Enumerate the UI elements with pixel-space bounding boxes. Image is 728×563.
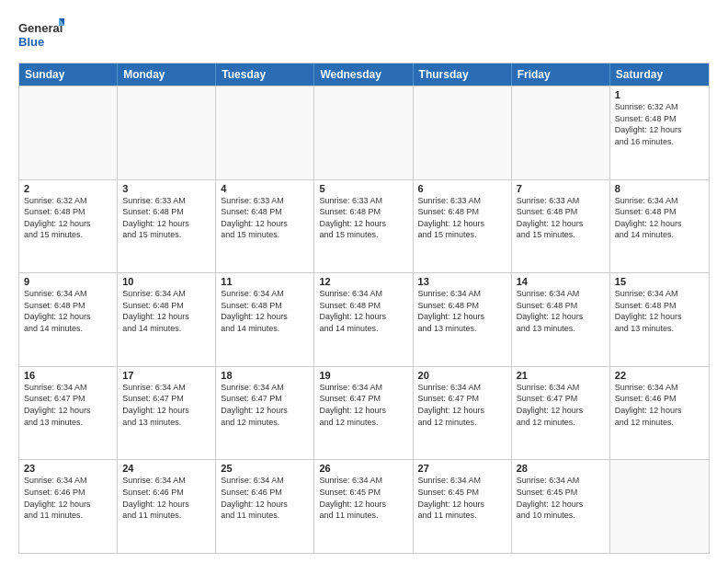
day-number: 2	[24, 183, 112, 194]
calendar-header-row: SundayMondayTuesdayWednesdayThursdayFrid…	[19, 63, 709, 86]
day-number: 6	[418, 183, 506, 194]
calendar-header-cell: Monday	[118, 63, 216, 86]
calendar-cell: 15Sunrise: 6:34 AM Sunset: 6:48 PM Dayli…	[610, 273, 709, 366]
calendar-cell	[512, 86, 610, 179]
cell-info: Sunrise: 6:34 AM Sunset: 6:46 PM Dayligh…	[122, 475, 210, 521]
calendar-body: 1Sunrise: 6:32 AM Sunset: 6:48 PM Daylig…	[19, 86, 709, 553]
cell-info: Sunrise: 6:34 AM Sunset: 6:48 PM Dayligh…	[122, 288, 210, 334]
day-number: 26	[319, 463, 407, 474]
calendar-cell	[610, 460, 709, 553]
cell-info: Sunrise: 6:33 AM Sunset: 6:48 PM Dayligh…	[517, 195, 605, 241]
day-number: 4	[221, 183, 309, 194]
calendar-cell	[118, 86, 216, 179]
cell-info: Sunrise: 6:34 AM Sunset: 6:47 PM Dayligh…	[418, 382, 506, 428]
calendar-cell: 19Sunrise: 6:34 AM Sunset: 6:47 PM Dayli…	[314, 367, 413, 460]
day-number: 9	[24, 276, 112, 287]
calendar-cell	[414, 86, 512, 179]
calendar-header-cell: Saturday	[610, 63, 709, 86]
calendar-cell: 14Sunrise: 6:34 AM Sunset: 6:48 PM Dayli…	[512, 273, 610, 366]
calendar-row: 16Sunrise: 6:34 AM Sunset: 6:47 PM Dayli…	[19, 366, 709, 460]
calendar-row: 2Sunrise: 6:32 AM Sunset: 6:48 PM Daylig…	[19, 179, 709, 273]
day-number: 19	[319, 370, 407, 381]
cell-info: Sunrise: 6:34 AM Sunset: 6:47 PM Dayligh…	[122, 382, 210, 428]
cell-info: Sunrise: 6:34 AM Sunset: 6:48 PM Dayligh…	[615, 195, 704, 241]
day-number: 14	[517, 276, 605, 287]
day-number: 3	[122, 183, 210, 194]
calendar-header-cell: Friday	[512, 63, 610, 86]
cell-info: Sunrise: 6:33 AM Sunset: 6:48 PM Dayligh…	[418, 195, 506, 241]
calendar-row: 1Sunrise: 6:32 AM Sunset: 6:48 PM Daylig…	[19, 86, 709, 179]
day-number: 24	[122, 463, 210, 474]
calendar-cell: 2Sunrise: 6:32 AM Sunset: 6:48 PM Daylig…	[19, 180, 118, 273]
cell-info: Sunrise: 6:32 AM Sunset: 6:48 PM Dayligh…	[24, 195, 112, 241]
day-number: 10	[122, 276, 210, 287]
cell-info: Sunrise: 6:34 AM Sunset: 6:47 PM Dayligh…	[24, 382, 112, 428]
cell-info: Sunrise: 6:34 AM Sunset: 6:48 PM Dayligh…	[418, 288, 506, 334]
day-number: 25	[221, 463, 309, 474]
calendar-cell: 10Sunrise: 6:34 AM Sunset: 6:48 PM Dayli…	[118, 273, 216, 366]
calendar-cell: 4Sunrise: 6:33 AM Sunset: 6:48 PM Daylig…	[216, 180, 314, 273]
calendar-cell: 25Sunrise: 6:34 AM Sunset: 6:46 PM Dayli…	[216, 460, 314, 553]
page: General Blue SundayMondayTuesdayWednesda…	[0, 0, 728, 563]
calendar-cell: 12Sunrise: 6:34 AM Sunset: 6:48 PM Dayli…	[314, 273, 413, 366]
calendar-cell: 23Sunrise: 6:34 AM Sunset: 6:46 PM Dayli…	[19, 460, 118, 553]
svg-text:General: General	[18, 21, 63, 35]
day-number: 16	[24, 370, 112, 381]
cell-info: Sunrise: 6:34 AM Sunset: 6:46 PM Dayligh…	[221, 475, 309, 521]
day-number: 11	[221, 276, 309, 287]
calendar-cell: 13Sunrise: 6:34 AM Sunset: 6:48 PM Dayli…	[414, 273, 512, 366]
calendar-row: 9Sunrise: 6:34 AM Sunset: 6:48 PM Daylig…	[19, 272, 709, 366]
cell-info: Sunrise: 6:34 AM Sunset: 6:48 PM Dayligh…	[24, 288, 112, 334]
calendar-cell: 18Sunrise: 6:34 AM Sunset: 6:47 PM Dayli…	[216, 367, 314, 460]
cell-info: Sunrise: 6:34 AM Sunset: 6:46 PM Dayligh…	[24, 475, 112, 521]
day-number: 8	[615, 183, 704, 194]
calendar-cell: 3Sunrise: 6:33 AM Sunset: 6:48 PM Daylig…	[118, 180, 216, 273]
cell-info: Sunrise: 6:34 AM Sunset: 6:48 PM Dayligh…	[221, 288, 309, 334]
day-number: 13	[418, 276, 506, 287]
calendar-cell: 22Sunrise: 6:34 AM Sunset: 6:46 PM Dayli…	[610, 367, 709, 460]
cell-info: Sunrise: 6:34 AM Sunset: 6:45 PM Dayligh…	[517, 475, 605, 521]
calendar-cell	[314, 86, 413, 179]
calendar-header-cell: Tuesday	[216, 63, 314, 86]
header: General Blue	[18, 17, 710, 53]
svg-text:Blue: Blue	[18, 35, 44, 49]
day-number: 12	[319, 276, 407, 287]
calendar-cell: 5Sunrise: 6:33 AM Sunset: 6:48 PM Daylig…	[314, 180, 413, 273]
day-number: 27	[418, 463, 506, 474]
cell-info: Sunrise: 6:34 AM Sunset: 6:45 PM Dayligh…	[319, 475, 407, 521]
calendar-header-cell: Wednesday	[314, 63, 413, 86]
day-number: 1	[615, 89, 704, 100]
calendar-cell: 16Sunrise: 6:34 AM Sunset: 6:47 PM Dayli…	[19, 367, 118, 460]
calendar-cell: 21Sunrise: 6:34 AM Sunset: 6:47 PM Dayli…	[512, 367, 610, 460]
day-number: 20	[418, 370, 506, 381]
cell-info: Sunrise: 6:33 AM Sunset: 6:48 PM Dayligh…	[221, 195, 309, 241]
day-number: 7	[517, 183, 605, 194]
cell-info: Sunrise: 6:32 AM Sunset: 6:48 PM Dayligh…	[615, 101, 704, 147]
logo: General Blue	[18, 17, 64, 53]
calendar-cell: 7Sunrise: 6:33 AM Sunset: 6:48 PM Daylig…	[512, 180, 610, 273]
calendar: SundayMondayTuesdayWednesdayThursdayFrid…	[18, 63, 710, 554]
calendar-cell: 1Sunrise: 6:32 AM Sunset: 6:48 PM Daylig…	[610, 86, 709, 179]
day-number: 17	[122, 370, 210, 381]
calendar-cell: 26Sunrise: 6:34 AM Sunset: 6:45 PM Dayli…	[314, 460, 413, 553]
day-number: 18	[221, 370, 309, 381]
calendar-cell: 11Sunrise: 6:34 AM Sunset: 6:48 PM Dayli…	[216, 273, 314, 366]
cell-info: Sunrise: 6:34 AM Sunset: 6:47 PM Dayligh…	[221, 382, 309, 428]
calendar-cell: 27Sunrise: 6:34 AM Sunset: 6:45 PM Dayli…	[414, 460, 512, 553]
calendar-cell	[19, 86, 118, 179]
cell-info: Sunrise: 6:33 AM Sunset: 6:48 PM Dayligh…	[319, 195, 407, 241]
day-number: 5	[319, 183, 407, 194]
cell-info: Sunrise: 6:34 AM Sunset: 6:48 PM Dayligh…	[319, 288, 407, 334]
calendar-cell: 20Sunrise: 6:34 AM Sunset: 6:47 PM Dayli…	[414, 367, 512, 460]
day-number: 23	[24, 463, 112, 474]
calendar-cell: 8Sunrise: 6:34 AM Sunset: 6:48 PM Daylig…	[610, 180, 709, 273]
calendar-header-cell: Thursday	[414, 63, 512, 86]
calendar-row: 23Sunrise: 6:34 AM Sunset: 6:46 PM Dayli…	[19, 459, 709, 553]
day-number: 22	[615, 370, 704, 381]
calendar-header-cell: Sunday	[19, 63, 118, 86]
calendar-cell	[216, 86, 314, 179]
cell-info: Sunrise: 6:34 AM Sunset: 6:47 PM Dayligh…	[517, 382, 605, 428]
cell-info: Sunrise: 6:34 AM Sunset: 6:48 PM Dayligh…	[517, 288, 605, 334]
calendar-cell: 28Sunrise: 6:34 AM Sunset: 6:45 PM Dayli…	[512, 460, 610, 553]
calendar-cell: 24Sunrise: 6:34 AM Sunset: 6:46 PM Dayli…	[118, 460, 216, 553]
